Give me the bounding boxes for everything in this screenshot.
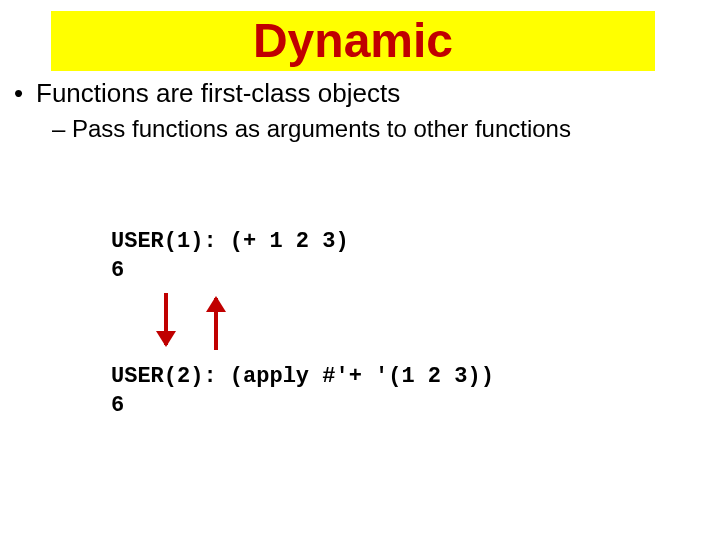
arrow-down-icon xyxy=(164,293,168,345)
bullet-l2-text: Pass functions as arguments to other fun… xyxy=(72,115,571,142)
bullet-dot-icon: • xyxy=(14,78,36,109)
code-example-1: USER(1): (+ 1 2 3) 6 xyxy=(111,228,349,285)
title-bar: Dynamic xyxy=(51,11,655,71)
bullet-region: •Functions are first-class objects –Pass… xyxy=(14,78,700,143)
title-text: Dynamic xyxy=(253,17,453,65)
slide: Dynamic •Functions are first-class objec… xyxy=(0,0,720,540)
bullet-l1-text: Functions are first-class objects xyxy=(36,78,400,108)
bullet-level-1: •Functions are first-class objects xyxy=(14,78,700,109)
arrow-up-icon xyxy=(214,298,218,350)
code-example-2: USER(2): (apply #'+ '(1 2 3)) 6 xyxy=(111,363,494,420)
bullet-level-2: –Pass functions as arguments to other fu… xyxy=(52,115,700,143)
bullet-dash-icon: – xyxy=(52,115,72,143)
